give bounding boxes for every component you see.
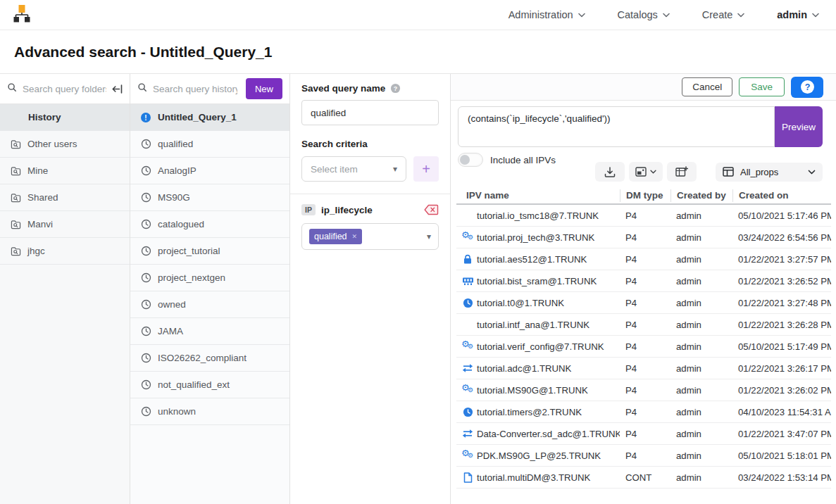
folder-item-manvi[interactable]: Manvi bbox=[0, 211, 130, 238]
saved-query-name-label: Saved query name bbox=[301, 83, 385, 94]
table-row[interactable]: tutorial.intf_ana@1.TRUNKP4admin01/22/20… bbox=[456, 314, 831, 336]
chevron-down-icon bbox=[737, 13, 744, 18]
folder-search-icon bbox=[10, 139, 21, 149]
query-history-panel: New !Untitled_Query_1qualifiedAnalogIPMS… bbox=[130, 74, 290, 504]
folder-item-shared[interactable]: Shared bbox=[0, 184, 130, 211]
history-item-jama[interactable]: JAMA bbox=[130, 318, 289, 345]
new-query-button[interactable]: New bbox=[246, 78, 282, 99]
created-on-cell: 01/22/2021 3:27:57 PM bbox=[732, 254, 831, 265]
created-by-cell: admin bbox=[670, 429, 732, 439]
criteria-value-select[interactable]: qualified ✕ ▾ bbox=[301, 223, 439, 250]
cancel-button[interactable]: Cancel bbox=[682, 77, 732, 96]
dm-type-cell: P4 bbox=[620, 254, 670, 265]
table-row[interactable]: tutorial.adc@1.TRUNKP4admin01/22/2021 3:… bbox=[456, 358, 831, 379]
history-item-untitled-query-1[interactable]: !Untitled_Query_1 bbox=[130, 104, 289, 131]
created-on-cell: 05/10/2021 5:18:01 PM bbox=[732, 451, 831, 461]
table-row[interactable]: ⚙⚙PDK.MS90G_LP@25.TRUNKP4admin05/10/2021… bbox=[456, 445, 831, 467]
save-button[interactable]: Save bbox=[739, 77, 785, 96]
preview-button[interactable]: Preview bbox=[775, 106, 823, 147]
ipv-name-cell: ⚙⚙tutorial.verif_config@7.TRUNK bbox=[456, 341, 620, 352]
table-row[interactable]: Data-Converter.sd_adc@1.TRUNKP4admin01/2… bbox=[456, 423, 831, 445]
history-item-qualified[interactable]: qualified bbox=[130, 131, 289, 158]
add-table-button[interactable] bbox=[667, 162, 697, 182]
add-criteria-button[interactable]: + bbox=[413, 156, 439, 182]
folder-item-jhgc[interactable]: jhgc bbox=[0, 238, 130, 265]
query-expression-box[interactable]: (contains(`ip_lifecycle`,'qualified')) bbox=[458, 106, 775, 147]
remove-criteria-icon[interactable] bbox=[424, 204, 439, 215]
criteria-select[interactable]: Select item ▾ bbox=[301, 156, 406, 182]
info-icon: ! bbox=[140, 112, 151, 123]
columns-preset-select[interactable]: All_props bbox=[716, 163, 823, 182]
ipv-name: tutorial.aes512@1.TRUNK bbox=[477, 254, 587, 265]
dm-type-cell: P4 bbox=[620, 385, 670, 396]
folders-search-input[interactable] bbox=[23, 84, 106, 94]
history-item-project-tutorial[interactable]: project_tutorial bbox=[130, 238, 289, 265]
history-item-label: JAMA bbox=[158, 326, 183, 336]
criteria-field-name: ip_lifecycle bbox=[321, 205, 373, 215]
swap-icon bbox=[461, 429, 475, 439]
table-row[interactable]: ⚙⚙tutorial.proj_tech@3.TRUNKP4admin03/24… bbox=[456, 227, 831, 248]
dm-type-cell: P4 bbox=[620, 429, 670, 439]
history-item-not-qualified-ext[interactable]: not_qualified_ext bbox=[130, 372, 289, 398]
folder-item-history[interactable]: History bbox=[0, 104, 130, 131]
dm-type-cell: P4 bbox=[620, 232, 670, 243]
table-row[interactable]: tutorial.aes512@1.TRUNKP4admin01/22/2021… bbox=[456, 248, 831, 270]
help-circle-icon[interactable]: ? bbox=[390, 83, 401, 94]
table-row[interactable]: tutorial.io_tsmc18@7.TRUNKP4admin05/10/2… bbox=[456, 205, 831, 227]
saved-query-name-input[interactable] bbox=[301, 100, 439, 125]
table-row[interactable]: tutorial.timers@2.TRUNKP4admin04/10/2023… bbox=[456, 401, 831, 423]
column-header-dm-type: DM type bbox=[620, 189, 670, 202]
folders-search-band bbox=[0, 74, 130, 104]
include-all-ipvs-label: Include all IPVs bbox=[490, 155, 556, 165]
ip-badge: IP bbox=[301, 204, 316, 215]
lock-icon bbox=[461, 254, 475, 265]
download-button[interactable] bbox=[595, 162, 625, 182]
table-row[interactable]: tutorial.bist_sram@1.TRUNKP4admin01/22/2… bbox=[456, 270, 831, 292]
history-item-iso26262-compliant[interactable]: ISO26262_compliant bbox=[130, 345, 289, 372]
history-item-analogip[interactable]: AnalogIP bbox=[130, 158, 289, 184]
ipv-name: tutorial.MS90G@1.TRUNK bbox=[477, 385, 588, 396]
ipv-name: tutorial.timers@2.TRUNK bbox=[477, 407, 582, 417]
help-button[interactable]: ? bbox=[791, 77, 823, 98]
export-image-button[interactable] bbox=[629, 162, 663, 182]
ipv-name: tutorial.multiDM@3.TRUNK bbox=[477, 472, 590, 483]
app-logo[interactable] bbox=[13, 4, 31, 26]
history-item-project-nextgen[interactable]: project_nextgen bbox=[130, 265, 289, 291]
clock-outline-icon bbox=[140, 246, 151, 256]
history-item-ms90g[interactable]: MS90G bbox=[130, 184, 289, 211]
remove-tag-icon[interactable]: ✕ bbox=[352, 233, 358, 240]
results-table: IPV nameDM typeCreated byCreated on tuto… bbox=[456, 187, 831, 489]
folder-item-label: Manvi bbox=[27, 219, 53, 229]
ipv-name: tutorial.intf_ana@1.TRUNK bbox=[477, 320, 589, 330]
table-row[interactable]: ⚙⚙tutorial.MS90G@1.TRUNKP4admin01/22/202… bbox=[456, 379, 831, 401]
collapse-panel-icon[interactable] bbox=[112, 84, 123, 94]
folder-item-mine[interactable]: Mine bbox=[0, 158, 130, 184]
clock-outline-icon bbox=[140, 406, 151, 417]
clock-outline-icon bbox=[140, 139, 151, 149]
history-item-owned[interactable]: owned bbox=[130, 291, 289, 318]
history-item-label: not_qualified_ext bbox=[158, 379, 230, 390]
created-on-cell: 01/22/2021 3:26:28 PM bbox=[732, 320, 831, 330]
action-band: Cancel Save ? bbox=[451, 74, 836, 101]
clock-outline-icon bbox=[140, 353, 151, 363]
table-row[interactable]: tutorial.multiDM@3.TRUNKCONTadmin03/24/2… bbox=[456, 467, 831, 489]
nav-user-menu[interactable]: admin bbox=[777, 9, 819, 20]
history-item-catalogued[interactable]: catalogued bbox=[130, 211, 289, 238]
clock-outline-icon bbox=[140, 192, 151, 203]
clock-outline-icon bbox=[140, 299, 151, 310]
nav-menu-catalogs[interactable]: Catalogs bbox=[618, 9, 670, 20]
include-all-ipvs-toggle[interactable] bbox=[458, 153, 483, 167]
table-row[interactable]: ⚙⚙tutorial.verif_config@7.TRUNKP4admin05… bbox=[456, 336, 831, 358]
history-item-unknown[interactable]: unknown bbox=[130, 398, 289, 425]
table-row[interactable]: tutorial.t0@1.TRUNKP4admin01/22/2021 3:2… bbox=[456, 292, 831, 314]
created-by-cell: admin bbox=[670, 276, 732, 286]
ipv-name: tutorial.t0@1.TRUNK bbox=[477, 298, 564, 308]
ipv-name: tutorial.bist_sram@1.TRUNK bbox=[477, 276, 597, 286]
history-search-input[interactable] bbox=[153, 84, 237, 94]
nav-menu-create[interactable]: Create bbox=[702, 9, 745, 20]
created-on-cell: 03/24/2022 6:54:56 PM bbox=[732, 232, 831, 243]
folder-search-icon bbox=[10, 193, 21, 203]
ipv-name-cell: tutorial.multiDM@3.TRUNK bbox=[456, 472, 620, 483]
nav-menu-administration[interactable]: Administration bbox=[509, 9, 585, 20]
folder-item-other-users[interactable]: Other users bbox=[0, 131, 130, 158]
